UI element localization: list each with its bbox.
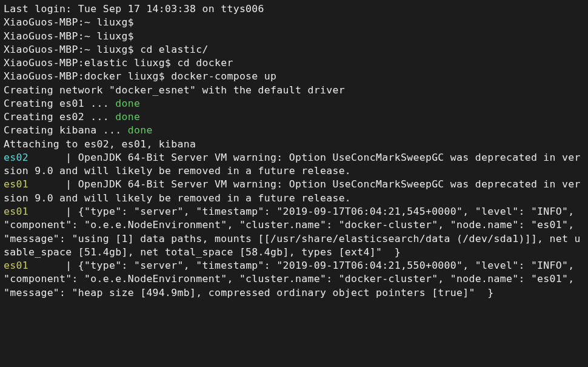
log-message: OpenJDK 64-Bit Server VM warning: Option…: [4, 178, 581, 203]
output-line: Creating es01 ... done: [4, 97, 584, 110]
log-separator: |: [65, 152, 78, 163]
output-line: Attaching to es02, es01, kibana: [4, 138, 584, 151]
log-separator: |: [65, 178, 78, 190]
output-line: Creating kibana ... done: [4, 124, 584, 137]
output-line: Creating network "docker_esnet" with the…: [4, 84, 584, 97]
status-done: done: [115, 98, 140, 109]
status-done: done: [128, 124, 153, 136]
prompt-line: XiaoGuos-MBP:elastic liuxg$ cd docker: [4, 56, 584, 70]
prompt-line: XiaoGuos-MBP:docker liuxg$ docker-compos…: [4, 70, 584, 83]
log-separator: |: [65, 260, 78, 271]
log-message: {"type": "server", "timestamp": "2019-09…: [4, 206, 587, 258]
creating-prefix: Creating es02 ...: [4, 111, 115, 123]
output-line: Creating es02 ... done: [4, 110, 584, 124]
status-done: done: [115, 111, 140, 123]
terminal-output[interactable]: Last login: Tue Sep 17 14:03:38 on ttys0…: [4, 2, 584, 300]
log-line: es01 | OpenJDK 64-Bit Server VM warning:…: [4, 178, 584, 205]
container-name-es02: es02: [4, 152, 65, 163]
log-line: es01 | {"type": "server", "timestamp": "…: [4, 259, 584, 300]
container-name-es01: es01: [4, 260, 65, 271]
log-line: es02 | OpenJDK 64-Bit Server VM warning:…: [4, 151, 584, 178]
log-separator: |: [65, 206, 78, 217]
container-name-es01: es01: [4, 178, 65, 190]
container-name-es01: es01: [4, 206, 65, 217]
prompt-line: XiaoGuos-MBP:~ liuxg$: [4, 30, 584, 43]
creating-prefix: Creating es01 ...: [4, 98, 115, 109]
creating-prefix: Creating kibana ...: [4, 124, 128, 136]
log-message: {"type": "server", "timestamp": "2019-09…: [4, 260, 587, 298]
prompt-line: XiaoGuos-MBP:~ liuxg$: [4, 16, 584, 29]
log-line: es01 | {"type": "server", "timestamp": "…: [4, 205, 584, 259]
motd-line: Last login: Tue Sep 17 14:03:38 on ttys0…: [4, 2, 584, 16]
log-message: OpenJDK 64-Bit Server VM warning: Option…: [4, 152, 581, 177]
prompt-line: XiaoGuos-MBP:~ liuxg$ cd elastic/: [4, 43, 584, 56]
